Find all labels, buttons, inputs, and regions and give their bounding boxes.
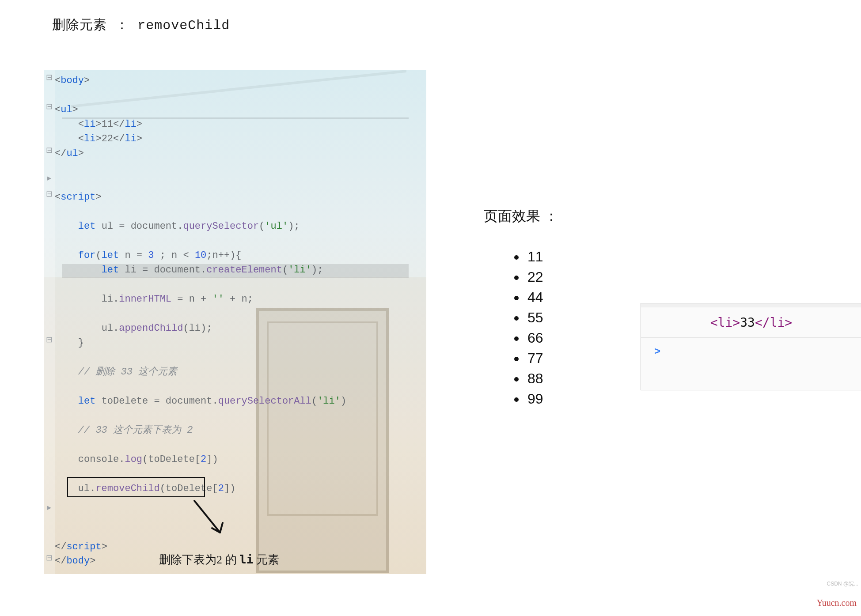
title-mono: removeChild (137, 18, 230, 33)
console-prompt-icon: > (654, 345, 660, 357)
list-item: 77 (526, 348, 543, 368)
page-title: 删除元素 ： removeChild (52, 16, 230, 34)
effect-list: 1122445566778899 (508, 246, 543, 409)
code-line: let li = document.createElement('li'); (55, 263, 426, 277)
highlight-box (67, 477, 205, 497)
title-cn: 删除元素 ： (52, 17, 129, 32)
list-item: 55 (526, 307, 543, 328)
list-item: 66 (526, 328, 543, 348)
caption-mono: li (239, 553, 253, 566)
list-item: 44 (526, 287, 543, 307)
caption-prefix: 删除下表为2 的 (159, 553, 239, 566)
devtools-console: <li>33</li> > (641, 303, 861, 390)
code-caption: 删除下表为2 的 li 元素 (159, 552, 279, 567)
console-output-row: <li>33</li> (641, 307, 861, 338)
list-item: 88 (526, 368, 543, 389)
console-tag-close: </li> (755, 315, 792, 330)
console-value: 33 (740, 315, 755, 330)
watermark-csdn: CSDN @皖... (827, 580, 858, 588)
code-line: ul.appendChild(li); (55, 321, 426, 336)
code-line: <li>22</li> (55, 132, 426, 146)
fold-marker-icon[interactable]: ⊟ (46, 555, 52, 561)
code-line: console.log(toDelete[2]) (55, 452, 426, 467)
fold-marker-icon[interactable]: ⊟ (46, 103, 52, 110)
console-li-output: <li>33</li> (710, 315, 792, 330)
code-body: <body><ul> <li>11</li> <li>22</li></ul><… (55, 70, 426, 574)
list-item: 11 (526, 246, 543, 267)
code-line: <body> (55, 73, 426, 88)
list-item: 99 (526, 389, 543, 409)
code-line: // 33 这个元素下表为 2 (55, 423, 426, 438)
caption-suffix: 元素 (253, 553, 279, 566)
fold-marker-icon[interactable]: ⊟ (46, 191, 52, 197)
editor-gutter: ⊟⊟⊟▸⊟⊟▸⊟ (44, 70, 55, 574)
code-line: </ul> (55, 146, 426, 161)
watermark-yuucn: Yuucn.com (816, 598, 857, 608)
console-input-row[interactable]: > (641, 338, 861, 364)
code-line: li.innerHTML = n + '' + n; (55, 292, 426, 306)
code-line: <li>11</li> (55, 117, 426, 132)
code-line: let ul = document.querySelector('ul'); (55, 219, 426, 234)
page-root: 删除元素 ： removeChild ⊟⊟⊟▸⊟⊟▸⊟ <body><ul> <… (0, 0, 861, 616)
fold-marker-icon[interactable]: ▸ (46, 504, 52, 510)
fold-marker-icon[interactable]: ⊟ (46, 147, 52, 153)
code-line: <ul> (55, 102, 426, 117)
code-line: // 删除 33 这个元素 (55, 365, 426, 379)
list-item: 22 (526, 267, 543, 287)
effect-heading: 页面效果 ： (484, 207, 558, 226)
code-editor-panel: ⊟⊟⊟▸⊟⊟▸⊟ <body><ul> <li>11</li> <li>22</… (44, 70, 426, 574)
console-top-bar (641, 303, 861, 307)
code-line: <script> (55, 190, 426, 204)
fold-marker-icon[interactable]: ⊟ (46, 74, 52, 80)
fold-marker-icon[interactable]: ▸ (46, 175, 52, 181)
code-line: let toDelete = document.querySelectorAll… (55, 394, 426, 408)
code-line: } (55, 336, 426, 350)
code-line: for(let n = 3 ; n < 10;n++){ (55, 248, 426, 263)
fold-marker-icon[interactable]: ⊟ (46, 336, 52, 343)
console-tag-open: <li> (710, 315, 740, 330)
